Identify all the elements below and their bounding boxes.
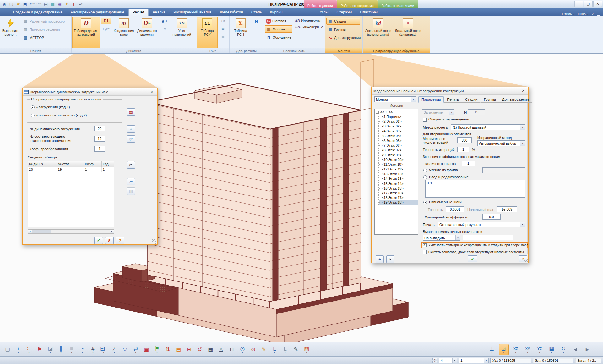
window-minimize-button[interactable]: — — [574, 1, 583, 7]
matrix-button[interactable]: ▦ — [127, 108, 135, 116]
context-group-bars[interactable]: Работа со стержнями — [337, 0, 378, 8]
fragment-window-icon[interactable]: ▦▾ — [546, 344, 557, 355]
table-header-cell[interactable]: № дин. з... — [28, 161, 57, 167]
view-xz-icon[interactable]: XZ▾ — [511, 344, 521, 355]
tree-item[interactable]: <18.Этаж 17> — [379, 195, 418, 200]
tree-collapse-icon[interactable]: − — [376, 111, 379, 114]
sigma-sigma-button[interactable]: Σσ — [219, 18, 227, 24]
accuracy-input[interactable] — [446, 206, 464, 212]
view-yz-icon[interactable]: YZ▾ — [535, 344, 545, 355]
stress-account-button[interactable]: ΣN Учет напряжений — [171, 17, 193, 48]
window-close-button[interactable]: ✕ — [593, 1, 602, 7]
min-iterations-input[interactable] — [457, 137, 472, 143]
cancel-button[interactable]: ✗ — [105, 237, 114, 244]
import-icon[interactable]: ▥ — [50, 1, 56, 7]
window-menu[interactable]: Окно▾ — [578, 12, 588, 16]
truss-icon[interactable]: △ — [216, 344, 226, 355]
iteration-precision-input[interactable] — [457, 147, 469, 152]
dialog-titlebar[interactable]: Формирование динамических загружений из … — [23, 88, 157, 96]
dialog-tab[interactable]: Параметры — [418, 96, 444, 103]
mode-number-select[interactable]: 1.▾ — [459, 358, 489, 363]
table-header-cell[interactable]: № стат. ... — [57, 161, 84, 167]
dialog-tab[interactable]: Стадии — [462, 96, 481, 103]
tree-item[interactable]: <4.Этаж 03> — [379, 129, 418, 134]
radio-read-from-file[interactable] — [423, 169, 427, 172]
ok-button[interactable]: ✓ — [94, 237, 103, 244]
ribbon-tab[interactable]: Расширенное редактирование — [67, 9, 128, 16]
steps-count-input[interactable] — [462, 161, 475, 166]
dynamic-loads-table-button[interactable]: D Таблица динам. загружений — [72, 17, 100, 48]
context-group-nodes[interactable]: Работа с узлами — [304, 0, 337, 8]
static-load-number-input[interactable] — [94, 136, 105, 142]
radio-uniform-steps[interactable] — [423, 201, 427, 204]
dialog-tab[interactable]: Группы — [481, 96, 499, 103]
montage-button[interactable]: ▥Монтаж — [265, 25, 292, 33]
fragment-icon[interactable]: ▣ — [141, 344, 151, 355]
filter-icon[interactable]: ▽ — [120, 344, 130, 355]
qat-more-icon[interactable]: ≡▾ — [77, 1, 84, 7]
ribbon-tab[interactable]: Кирпич — [266, 9, 287, 16]
calc-processor-button[interactable]: ▦Расчетный процессор — [22, 18, 66, 25]
print-icon[interactable]: ▤ — [43, 1, 49, 7]
tree-item[interactable]: <13.Этаж 12> — [379, 172, 418, 176]
conversion-coef-input[interactable] — [94, 146, 105, 152]
ribbon-tab[interactable]: Создание и редактирование — [9, 9, 67, 16]
tree-item[interactable]: <1.Паркинг> — [379, 115, 418, 119]
ribbon-tab[interactable]: Пластины — [356, 9, 382, 16]
total-coefficient-input[interactable] — [482, 214, 501, 220]
exchange-icon[interactable]: ⇄▾ — [131, 344, 141, 355]
reset-displacements-checkbox[interactable] — [423, 118, 427, 122]
frame-2d-icon[interactable]: ▦ — [205, 344, 215, 355]
add-stage-button[interactable]: + — [376, 255, 384, 263]
palette-icon[interactable]: ▨▾ — [302, 344, 312, 355]
pencil-yellow-icon[interactable]: ✎ — [259, 344, 269, 355]
radio-load-code1[interactable] — [31, 105, 35, 109]
load-number-select[interactable]: 4.▾ — [439, 358, 457, 363]
scrollbar-thumb[interactable] — [32, 230, 51, 233]
cut-stage-button[interactable]: ✂ — [386, 255, 394, 263]
ribbon-tab[interactable]: Железобетон — [215, 9, 247, 16]
tree-item[interactable]: <5.Этаж 04> — [379, 134, 418, 138]
sum-coefficients-checkbox[interactable] — [423, 243, 427, 247]
luk-button[interactable]: Lук▾ — [101, 25, 111, 32]
calc-method-select[interactable]: (1) Простой шаговый▾ — [451, 124, 525, 130]
solution-protocol-button[interactable]: ▥Протокол решения — [22, 26, 66, 33]
collapse-button[interactable]: NОбрушение — [265, 34, 292, 41]
window-maximize-button[interactable]: ▢ — [584, 1, 593, 7]
dialog-tab[interactable]: Печать — [444, 96, 462, 103]
spin-up-icon[interactable]: ▲ — [432, 358, 437, 360]
meteor-button[interactable]: ▦МЕТЕОР — [22, 34, 66, 41]
table-row[interactable]: 201911 — [28, 167, 114, 172]
scroll-left-icon[interactable]: ◄ — [28, 230, 32, 233]
ribbon-collapse-button[interactable]: ▂ — [597, 12, 600, 16]
style-menu[interactable]: Стиль▾ — [562, 12, 574, 16]
zoom-cancel-icon[interactable]: ⊘ — [248, 344, 258, 355]
new-file-icon[interactable]: ▢ — [8, 1, 14, 7]
pack-fragment-icon[interactable]: ▤ — [173, 344, 183, 355]
radio-density-code2[interactable] — [31, 114, 35, 117]
add-node-icon[interactable]: ⊞ — [184, 344, 194, 355]
ribbon-tab[interactable]: Расчет — [128, 9, 149, 16]
tree-item[interactable]: <14.Этаж 13> — [379, 176, 418, 181]
paste-table-button[interactable]: ▥ — [127, 187, 135, 195]
select-frame-icon[interactable]: ▢ — [3, 344, 13, 355]
save-icon[interactable]: ▣ — [22, 1, 28, 7]
copy-table-button[interactable]: ▱ — [127, 178, 135, 185]
pencil-icon[interactable]: ✎ — [291, 344, 301, 355]
ribbon-tab[interactable]: Расширенный анализ — [169, 9, 215, 16]
run-calculation-button[interactable]: Выполнить расчет ▾ — [1, 17, 21, 48]
tree-item[interactable]: <7.Этаж 06> — [379, 143, 418, 148]
iteration-method-select[interactable]: Автоматический выбор▾ — [477, 140, 525, 146]
chart-icon[interactable]: ▮ — [70, 1, 77, 7]
stepwise-always-checkbox[interactable] — [423, 250, 427, 254]
scroll-left-icon[interactable]: ◄ — [570, 344, 580, 355]
undo-icon[interactable]: ↶▾ — [29, 1, 35, 7]
tree-item[interactable]: <17.Этаж 16> — [379, 191, 418, 195]
flag-green-icon[interactable]: ⚑▾ — [152, 344, 162, 355]
tree-item[interactable]: <16.Этаж 15> — [379, 186, 418, 191]
dyn-load-number-input[interactable] — [94, 126, 105, 131]
app-logo-icon[interactable]: ◉ — [1, 1, 8, 7]
ribbon-tab[interactable]: Узлы — [316, 9, 333, 16]
table-header-cell[interactable]: Код — [102, 161, 114, 167]
list-menu-icon[interactable]: ≡▾ — [67, 344, 77, 355]
